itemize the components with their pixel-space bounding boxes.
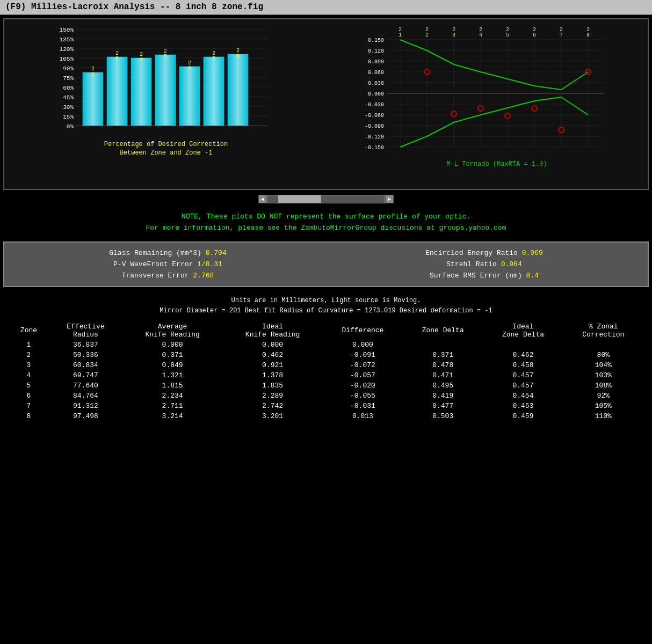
svg-text:2: 2	[425, 32, 429, 38]
table-row: 136.8370.0000.0000.000	[9, 340, 643, 350]
table-cell: 0.000	[323, 340, 403, 350]
table-row: 250.3360.3710.462-0.0910.3710.46280%	[9, 350, 643, 360]
svg-text:7: 7	[212, 56, 215, 62]
table-cell: -0.031	[323, 401, 403, 411]
svg-text:105%: 105%	[60, 56, 74, 62]
table-cell: 2.234	[122, 391, 222, 401]
svg-rect-40	[228, 54, 248, 126]
table-cell: 0.477	[403, 401, 483, 411]
scroll-left[interactable]: ◀	[258, 195, 267, 203]
bar-chart-svg: 150% 135% 120% 105% 90% 75% 60% 45% 30% …	[9, 24, 323, 169]
col-ideal-knife: IdealKnife Reading	[222, 321, 322, 340]
svg-text:0.000: 0.000	[368, 91, 384, 97]
col-zone-delta: Zone Delta	[403, 321, 483, 340]
svg-text:15%: 15%	[63, 114, 74, 120]
surface-rms-stat: Surface RMS Error (nm) 8.4	[331, 272, 637, 280]
data-table: Zone EffectiveRadius AverageKnife Readin…	[9, 321, 643, 421]
table-row: 684.7642.2342.289-0.0550.4190.45492%	[9, 391, 643, 401]
table-row: 469.7471.3211.378-0.0570.4710.457103%	[9, 370, 643, 380]
glass-remaining-stat: Glass Remaining (mm^3) 0.704	[15, 249, 321, 257]
table-cell: 1	[9, 340, 49, 350]
table-info-line2: Mirror Diameter = 201 Best fit Radius of…	[9, 306, 643, 316]
scrollbar-area: ◀ ▶	[0, 193, 652, 205]
col-effective-radius: EffectiveRadius	[49, 321, 122, 340]
table-cell: 0.921	[222, 360, 322, 370]
scrollbar-track[interactable]	[267, 195, 385, 203]
table-cell: -0.055	[323, 391, 403, 401]
glass-remaining-value: 0.704	[206, 249, 227, 257]
svg-text:150%: 150%	[60, 27, 74, 33]
table-cell: 0.371	[403, 350, 483, 360]
table-cell: 0.371	[122, 350, 222, 360]
table-cell: -0.072	[323, 360, 403, 370]
encircled-energy-value: 0.969	[522, 249, 543, 257]
table-row: 360.8340.8490.921-0.0720.4780.458104%	[9, 360, 643, 370]
note-line1: NOTE, These plots DO NOT represent the s…	[9, 211, 643, 223]
svg-text:6: 6	[188, 65, 191, 71]
table-cell: 50.336	[49, 350, 122, 360]
encircled-energy-stat: Encircled Energy Ratio 0.969	[331, 249, 637, 257]
svg-text:75%: 75%	[63, 75, 74, 82]
table-cell: 0.503	[403, 411, 483, 421]
svg-text:135%: 135%	[60, 36, 74, 43]
col-ideal-zone-delta: IdealZone Delta	[483, 321, 563, 340]
scroll-right[interactable]: ▶	[385, 195, 394, 203]
table-cell: 0.462	[222, 350, 322, 360]
svg-text:7: 7	[560, 32, 563, 38]
table-header-info: Units are in Millimeters, Light source i…	[9, 296, 643, 316]
table-cell: 2.711	[122, 401, 222, 411]
table-cell: 0.000	[122, 340, 222, 350]
table-cell: 80%	[563, 350, 643, 360]
svg-text:0.030: 0.030	[368, 80, 384, 86]
table-cell: 97.498	[49, 411, 122, 421]
data-table-area: Units are in Millimeters, Light source i…	[0, 290, 652, 427]
title-bar: (F9) Millies-Lacroix Analysis -- 8 inch …	[0, 0, 652, 15]
svg-text:1: 1	[399, 32, 402, 38]
col-pct-zonal: % ZonalCorrection	[563, 321, 643, 340]
table-cell: 0.454	[483, 391, 563, 401]
table-cell: 0.495	[403, 380, 483, 391]
pv-wavefront-value: 1/8.31	[197, 260, 222, 268]
table-cell: 3.214	[122, 411, 222, 421]
svg-rect-31	[155, 55, 176, 126]
svg-text:-0.060: -0.060	[365, 113, 384, 119]
table-cell: 1.835	[222, 380, 322, 391]
svg-text:4: 4	[479, 32, 482, 38]
transverse-error-label: Transverse Error	[122, 272, 189, 280]
window-title: (F9) Millies-Lacroix Analysis -- 8 inch …	[5, 2, 263, 12]
svg-text:0.150: 0.150	[368, 38, 384, 43]
col-zone: Zone	[9, 321, 49, 340]
col-difference: Difference	[323, 321, 403, 340]
svg-rect-37	[204, 57, 224, 126]
table-cell: 0.453	[483, 401, 563, 411]
note-line2: For more information, please see the Zam…	[9, 223, 643, 234]
scrollbar-thumb[interactable]	[278, 195, 321, 203]
pv-wavefront-label: P-V WaveFront Error	[113, 260, 193, 268]
table-cell: 8	[9, 411, 49, 421]
table-cell: 0.458	[483, 360, 563, 370]
surface-rms-label: Surface RMS Error (nm)	[430, 272, 522, 280]
table-row: 791.3122.7112.742-0.0310.4770.453105%	[9, 401, 643, 411]
table-cell	[483, 340, 563, 350]
svg-rect-22	[83, 72, 103, 126]
table-cell: 110%	[563, 411, 643, 421]
tornado-chart-container: 2 1 2 2 2 3 2 4 2 5 2 6 2 7 2 8 0.150 0.…	[329, 24, 643, 174]
tornado-chart-svg: 2 1 2 2 2 3 2 4 2 5 2 6 2 7 2 8 0.150 0.…	[329, 24, 643, 179]
table-cell: 0.459	[483, 411, 563, 421]
svg-text:0.090: 0.090	[368, 59, 384, 65]
table-row: 577.6401.8151.835-0.0200.4950.457108%	[9, 380, 643, 391]
table-cell	[563, 340, 643, 350]
table-cell: 3	[9, 360, 49, 370]
table-cell: 1.815	[122, 380, 222, 391]
svg-text:-0.030: -0.030	[365, 102, 384, 108]
table-cell: 60.834	[49, 360, 122, 370]
svg-text:30%: 30%	[63, 104, 74, 111]
svg-text:5: 5	[506, 32, 509, 38]
svg-text:90%: 90%	[63, 65, 74, 72]
strehl-ratio-value: 0.964	[501, 260, 522, 268]
table-cell: 0.457	[483, 380, 563, 391]
table-cell: 5	[9, 380, 49, 391]
note-area: NOTE, These plots DO NOT represent the s…	[0, 207, 652, 238]
table-cell: 0.000	[222, 340, 322, 350]
stats-box: Glass Remaining (mm^3) 0.704 Encircled E…	[3, 241, 649, 287]
